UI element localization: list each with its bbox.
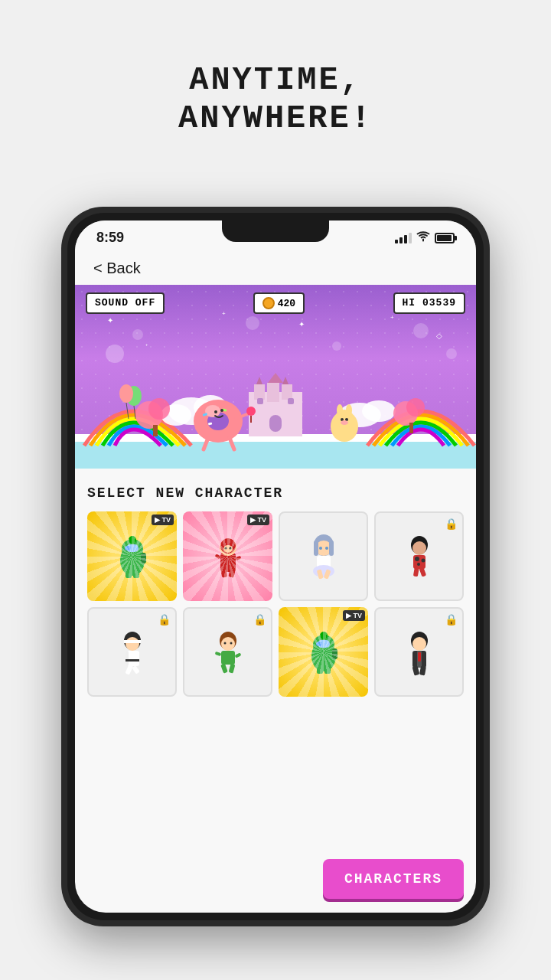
character-cell-1[interactable]: ▶TV bbox=[87, 511, 177, 601]
character-cell-5[interactable]: 🔒 bbox=[87, 607, 177, 697]
game-banner: SOUND OFF 420 HI 03539 ✦ + bbox=[75, 285, 476, 469]
character-cell-3[interactable] bbox=[279, 511, 368, 601]
select-section: SELECT NEW CHARACTER ▶TV bbox=[75, 472, 476, 704]
svg-rect-12 bbox=[75, 438, 476, 469]
svg-rect-113 bbox=[234, 652, 241, 658]
char-sprite-5 bbox=[106, 626, 159, 679]
battery-fill bbox=[437, 235, 452, 241]
svg-rect-31 bbox=[267, 383, 279, 402]
signal-bars-icon bbox=[395, 233, 412, 243]
svg-rect-24 bbox=[409, 423, 413, 433]
back-button[interactable]: < Back bbox=[75, 252, 476, 282]
phone-inner: 8:59 bbox=[67, 213, 484, 920]
svg-rect-109 bbox=[221, 651, 235, 665]
svg-point-107 bbox=[223, 642, 226, 645]
svg-point-108 bbox=[230, 642, 232, 645]
svg-point-42 bbox=[346, 404, 352, 416]
svg-point-10 bbox=[413, 323, 429, 338]
svg-point-84 bbox=[325, 547, 328, 550]
svg-rect-112 bbox=[214, 652, 221, 656]
svg-text:+: + bbox=[390, 314, 394, 321]
svg-text:+: + bbox=[145, 342, 148, 347]
svg-rect-127 bbox=[418, 652, 421, 662]
svg-rect-101 bbox=[126, 651, 129, 666]
character-grid: ▶TV bbox=[87, 511, 464, 697]
svg-rect-104 bbox=[132, 665, 140, 675]
sound-off-button[interactable]: SOUND OFF bbox=[86, 292, 165, 314]
coin-icon bbox=[262, 297, 275, 309]
svg-rect-36 bbox=[269, 415, 282, 432]
lock-icon-5: 🔒 bbox=[158, 613, 171, 626]
characters-button[interactable]: CHARACTERS bbox=[323, 859, 464, 899]
svg-text:✦: ✦ bbox=[298, 320, 305, 328]
tv-badge-2: ▶TV bbox=[247, 514, 269, 525]
hi-score-value: 03539 bbox=[422, 297, 456, 309]
hi-score-display: HI 03539 bbox=[393, 292, 465, 314]
svg-rect-99 bbox=[124, 640, 141, 643]
svg-rect-32 bbox=[282, 384, 292, 400]
svg-point-11 bbox=[446, 348, 457, 359]
svg-point-6 bbox=[106, 345, 124, 363]
svg-rect-95 bbox=[412, 567, 419, 577]
svg-point-124 bbox=[412, 637, 426, 651]
svg-rect-21 bbox=[153, 425, 158, 436]
headline-line2: ANYWHERE! bbox=[178, 100, 373, 138]
signal-bar-3 bbox=[404, 235, 407, 243]
svg-point-20 bbox=[148, 398, 170, 420]
svg-point-7 bbox=[132, 329, 143, 340]
svg-rect-38 bbox=[288, 398, 294, 404]
char-sprite-6 bbox=[201, 626, 255, 679]
svg-point-92 bbox=[415, 557, 419, 561]
svg-text:◇: ◇ bbox=[436, 332, 442, 340]
wifi-icon bbox=[416, 231, 430, 244]
svg-rect-30 bbox=[254, 384, 265, 400]
signal-bar-4 bbox=[409, 233, 412, 243]
signal-bar-2 bbox=[399, 237, 403, 243]
svg-point-93 bbox=[421, 559, 425, 563]
svg-rect-37 bbox=[257, 398, 263, 404]
svg-point-86 bbox=[313, 565, 334, 577]
character-cell-8[interactable]: 🔒 bbox=[374, 607, 464, 697]
svg-point-27 bbox=[119, 384, 133, 403]
svg-point-9 bbox=[332, 341, 341, 351]
svg-rect-82 bbox=[329, 541, 334, 556]
svg-point-98 bbox=[126, 637, 139, 651]
coin-count: 420 bbox=[278, 298, 295, 309]
svg-point-83 bbox=[319, 547, 322, 550]
char-sprite-4 bbox=[393, 530, 446, 583]
svg-point-41 bbox=[337, 404, 343, 416]
signal-bar-1 bbox=[395, 240, 398, 243]
lock-icon-4: 🔒 bbox=[445, 518, 458, 530]
svg-point-106 bbox=[221, 637, 235, 651]
svg-marker-34 bbox=[268, 373, 283, 383]
char-sprite-3 bbox=[297, 530, 350, 583]
lock-icon-6: 🔒 bbox=[253, 613, 266, 626]
headline-line1: ANYTIME, bbox=[178, 61, 373, 100]
svg-point-18 bbox=[362, 400, 396, 422]
svg-rect-110 bbox=[220, 663, 228, 673]
status-icons bbox=[395, 231, 455, 244]
svg-rect-102 bbox=[126, 659, 139, 662]
character-cell-4[interactable]: 🔒 bbox=[374, 511, 464, 601]
character-cell-2[interactable]: ▶TV bbox=[183, 511, 272, 601]
battery-icon bbox=[435, 233, 455, 243]
svg-point-48 bbox=[205, 405, 220, 417]
coin-display: 420 bbox=[253, 292, 305, 314]
svg-point-8 bbox=[246, 316, 259, 330]
character-cell-7[interactable]: ▶TV bbox=[279, 607, 368, 697]
svg-point-57 bbox=[246, 407, 256, 416]
svg-point-90 bbox=[412, 541, 426, 555]
svg-point-53 bbox=[220, 409, 223, 412]
phone-notch bbox=[222, 220, 329, 242]
tv-badge-1: ▶TV bbox=[152, 514, 174, 525]
headline: ANYTIME, ANYWHERE! bbox=[178, 61, 373, 139]
svg-point-94 bbox=[417, 563, 420, 566]
status-time: 8:59 bbox=[96, 230, 124, 246]
phone-screen: 8:59 bbox=[75, 220, 476, 913]
lock-icon-8: 🔒 bbox=[445, 613, 458, 626]
svg-rect-81 bbox=[314, 541, 318, 556]
character-cell-6[interactable]: 🔒 bbox=[183, 607, 272, 697]
svg-point-45 bbox=[341, 420, 348, 425]
svg-marker-33 bbox=[256, 377, 262, 384]
svg-point-23 bbox=[406, 398, 425, 416]
